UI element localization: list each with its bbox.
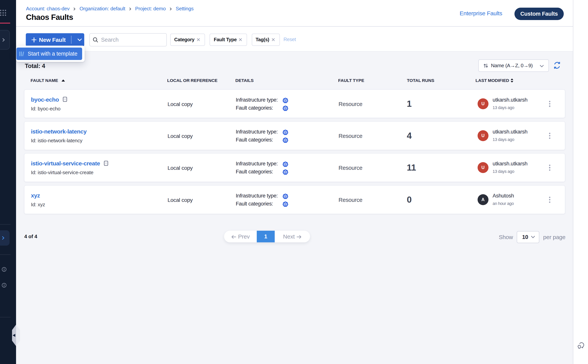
sidebar-divider (0, 317, 11, 317)
breadcrumb-account[interactable]: Account: chaos-dev (26, 6, 70, 12)
close-icon[interactable]: ✕ (271, 37, 275, 42)
new-fault-dropdown: Start with a template (16, 46, 85, 62)
chip-label: Fault Type (214, 37, 237, 42)
avatar: U (477, 130, 489, 141)
fault-row-xyz[interactable]: xyz Id: xyz Local copy Infrastructure ty… (24, 185, 565, 214)
template-library-icon (19, 51, 25, 57)
row-menu-button[interactable] (549, 133, 551, 139)
total-runs-value: 11 (407, 162, 416, 173)
prev-page-button[interactable]: Prev (224, 233, 257, 240)
page-size-select[interactable]: 10 (517, 231, 539, 243)
fault-name-link[interactable]: istio-network-latency (31, 128, 86, 135)
info-icon[interactable] (2, 266, 7, 271)
kubernetes-icon (282, 137, 288, 143)
breadcrumb-settings[interactable]: Settings (176, 6, 194, 12)
sort-asc-icon (61, 79, 65, 82)
fault-categories-label: Fault categories: (236, 137, 273, 143)
chaos-faults-page: Account: chaos-dev Organization: default… (0, 0, 588, 364)
column-fault-name[interactable]: FAULT NAME (31, 78, 65, 83)
total-count: Total: 4 (25, 63, 45, 70)
close-icon[interactable]: ✕ (196, 37, 200, 42)
fault-categories-label: Fault categories: (236, 169, 273, 175)
chevron-down-icon (531, 236, 535, 239)
chip-label: Category (174, 37, 195, 42)
sort-dropdown[interactable]: Name (A→Z, 0→9) (478, 59, 549, 72)
row-menu-button[interactable] (549, 165, 551, 171)
sort-both-icon (511, 78, 513, 82)
fault-row-istio-network-latency[interactable]: istio-network-latency Id: istio-network-… (24, 121, 565, 150)
new-fault-caret-button[interactable] (75, 33, 84, 46)
kubernetes-icon (282, 129, 288, 135)
infrastructure-type-label: Infrastructure type: (236, 193, 278, 199)
pagination: Prev 1 Next (224, 231, 310, 242)
arrow-right-icon (296, 235, 302, 239)
sidebar-expand-button[interactable] (0, 30, 10, 50)
row-menu-button[interactable] (549, 101, 551, 107)
filter-chip-category[interactable]: Category ✕ (170, 34, 205, 46)
local-or-reference-value: Local copy (168, 101, 193, 107)
fault-name-link[interactable]: byoc-echo (31, 96, 59, 103)
brand-accent-line (0, 23, 10, 24)
sort-label: Name (A→Z, 0→9) (491, 63, 533, 69)
refresh-icon (554, 62, 561, 69)
current-page-button[interactable]: 1 (257, 231, 274, 242)
fault-type-value: Resource (339, 101, 362, 107)
page-count: 4 of 4 (24, 234, 37, 240)
fault-name-link[interactable]: xyz (31, 192, 40, 199)
per-page-label: per page (543, 234, 565, 240)
breadcrumb-organization[interactable]: Organization: default (79, 6, 125, 12)
support-chat-icon[interactable] (577, 342, 585, 349)
fault-id: Id: istio-network-latency (31, 138, 82, 144)
filter-chip-fault-type[interactable]: Fault Type ✕ (209, 34, 247, 46)
fault-type-value: Resource (339, 165, 362, 171)
button-divider (71, 36, 72, 44)
modified-by-user: Ashutosh (493, 193, 514, 199)
row-menu-button[interactable] (549, 197, 551, 203)
kubernetes-icon (282, 105, 288, 111)
sidebar-item-active[interactable] (0, 230, 10, 246)
document-icon[interactable] (104, 161, 108, 166)
breadcrumb-project[interactable]: Project: demo (135, 6, 166, 12)
total-runs-value: 1 (407, 98, 412, 109)
fault-id: Id: xyz (31, 202, 45, 208)
avatar: A (477, 194, 489, 205)
modified-time: 13 days ago (493, 169, 514, 174)
enterprise-faults-link[interactable]: Enterprise Faults (460, 10, 502, 17)
avatar: U (477, 98, 489, 109)
fault-row-byoc-echo[interactable]: byoc-echo Id: byoc-echo Local copy Infra… (24, 89, 565, 118)
search-icon (93, 37, 98, 43)
page-header: Account: chaos-dev Organization: default… (16, 0, 573, 26)
menu-item-start-with-template[interactable]: Start with a template (16, 48, 82, 60)
fault-name-link[interactable]: istio-virtual-service-create (31, 160, 100, 167)
refresh-button[interactable] (554, 62, 561, 69)
infrastructure-type-label: Infrastructure type: (236, 97, 278, 103)
fault-row-istio-virtual-service-create[interactable]: istio-virtual-service-create Id: istio-v… (24, 153, 565, 182)
next-page-button[interactable]: Next (275, 233, 310, 240)
column-fault-type: FAULT TYPE (338, 78, 364, 83)
custom-faults-button[interactable]: Custom Faults (515, 8, 564, 20)
kubernetes-icon (282, 193, 288, 199)
document-icon[interactable] (63, 97, 67, 102)
faults-list-section: Total: 4 Name (A→Z, 0→9) FAULT NAME LOCA… (16, 52, 573, 364)
sidebar-divider (0, 254, 11, 255)
show-label: Show (499, 234, 513, 240)
search-input[interactable] (101, 37, 158, 43)
kubernetes-icon (282, 98, 288, 104)
collapse-left-icon (13, 334, 15, 337)
close-icon[interactable]: ✕ (238, 37, 242, 42)
right-gutter (573, 0, 588, 364)
modified-time: an hour ago (493, 201, 514, 206)
new-fault-button[interactable]: New Fault (26, 33, 84, 46)
sidebar-divider (0, 224, 11, 225)
modified-time: 13 days ago (493, 105, 514, 110)
column-last-modified[interactable]: LAST MODIFIED (476, 78, 513, 83)
reset-filters-link[interactable]: Reset (283, 37, 296, 42)
info-icon[interactable] (2, 282, 7, 287)
main-area: Account: chaos-dev Organization: default… (16, 0, 573, 364)
fault-categories-label: Fault categories: (236, 105, 273, 111)
new-fault-label: New Fault (39, 37, 66, 43)
local-or-reference-value: Local copy (168, 165, 193, 171)
filter-chip-tags[interactable]: Tag(s) ✕ (252, 34, 280, 46)
sidebar (0, 0, 16, 364)
app-grid-icon[interactable] (0, 10, 6, 16)
